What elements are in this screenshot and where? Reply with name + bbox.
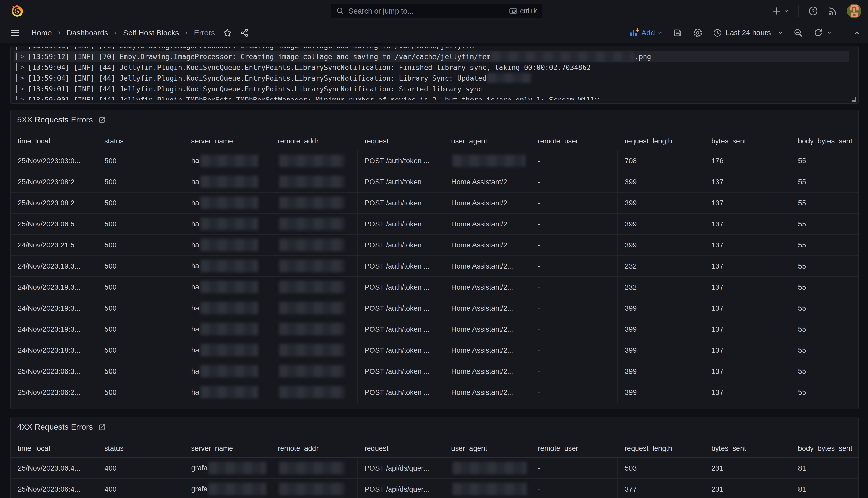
external-link-icon[interactable]: [98, 423, 106, 431]
breadcrumb: Home Dashboards Self Host Blocks Errors: [31, 28, 215, 37]
log-level-bar: [16, 96, 17, 100]
table-cell: POST /auth/token ...: [357, 340, 444, 361]
table-cell: 500: [97, 382, 184, 403]
column-header[interactable]: status: [97, 440, 184, 457]
column-header[interactable]: bytes_sent: [704, 440, 791, 457]
column-header[interactable]: remote_user: [531, 440, 618, 457]
news-button[interactable]: [827, 6, 838, 16]
log-row[interactable]: >[13:59:01] [INF] [44] Jellyfin.Plugin.K…: [14, 83, 849, 94]
log-row[interactable]: >[13:59:13] [INF] [70] Emby.Drawing.Imag…: [14, 48, 849, 51]
table-cell: Home Assistant/2...: [444, 382, 531, 403]
table-cell: -: [531, 382, 618, 403]
keyboard-icon: [509, 7, 518, 15]
search-placeholder: Search or jump to...: [349, 7, 505, 15]
table-cell: grafa: [184, 479, 271, 498]
table-cell: 55: [791, 276, 858, 298]
column-header[interactable]: request: [357, 440, 444, 457]
external-link-icon[interactable]: [98, 116, 106, 124]
table-cell: -: [531, 318, 618, 340]
redacted-text: [279, 218, 344, 230]
table-cell: 399: [618, 361, 704, 382]
column-header[interactable]: remote_addr: [271, 132, 357, 150]
column-header[interactable]: time_local: [11, 132, 97, 150]
share-button[interactable]: [240, 28, 249, 38]
log-row[interactable]: >[13:59:00] [INF] [44] Jellyfin.Plugin.T…: [14, 94, 849, 100]
column-header[interactable]: time_local: [11, 440, 97, 457]
table-cell: -: [531, 234, 618, 255]
breadcrumb-item[interactable]: Errors: [194, 28, 215, 37]
column-header[interactable]: server_name: [184, 132, 271, 150]
table-row: 25/Nov/2023:06:2...500haPOST /auth/token…: [11, 382, 858, 403]
dashboard-toolbar: Home Dashboards Self Host Blocks Errors: [0, 22, 868, 43]
column-header[interactable]: remote_addr: [271, 440, 357, 457]
column-header[interactable]: body_bytes_sent: [791, 440, 858, 457]
grafana-logo[interactable]: [11, 4, 24, 18]
log-expand-icon[interactable]: >: [20, 53, 24, 60]
breadcrumb-separator-icon: [184, 30, 189, 35]
new-button[interactable]: [772, 6, 789, 16]
log-expand-icon[interactable]: >: [20, 85, 24, 92]
time-range-picker[interactable]: Last 24 hours: [713, 28, 783, 38]
collapse-toolbar-button[interactable]: [853, 29, 861, 37]
column-header[interactable]: user_agent: [444, 440, 531, 457]
dashboard-settings-button[interactable]: [693, 28, 703, 38]
log-expand-icon[interactable]: >: [20, 64, 24, 71]
panel-resize-handle[interactable]: [852, 97, 856, 102]
menu-toggle[interactable]: [11, 28, 19, 38]
column-header[interactable]: bytes_sent: [704, 132, 791, 150]
zoom-out-button[interactable]: [794, 28, 803, 38]
column-header[interactable]: remote_user: [531, 132, 618, 150]
refresh-interval-dropdown[interactable]: [827, 30, 832, 36]
table-cell: Home Assistant/2...: [444, 298, 531, 318]
save-dashboard-button[interactable]: [673, 28, 682, 38]
log-row[interactable]: >[13:59:04] [INF] [44] Jellyfin.Plugin.K…: [14, 73, 849, 83]
redacted-text: [208, 462, 266, 474]
redacted-text: [452, 462, 527, 474]
column-header[interactable]: request_length: [618, 132, 704, 150]
redacted-text: [200, 386, 258, 398]
column-header[interactable]: request_length: [618, 440, 704, 457]
table-cell: [444, 479, 531, 498]
breadcrumb-item[interactable]: Self Host Blocks: [123, 28, 179, 37]
column-header[interactable]: request: [357, 132, 444, 150]
add-button[interactable]: Add: [629, 28, 663, 38]
table-cell: ha: [184, 318, 271, 340]
breadcrumb-item[interactable]: Dashboards: [67, 28, 108, 37]
table-cell: 399: [618, 340, 704, 361]
help-button[interactable]: ?: [808, 6, 818, 16]
favorite-star-button[interactable]: [223, 28, 232, 38]
table-cell: 503: [618, 457, 704, 479]
redacted-text: [279, 239, 344, 251]
clock-icon: [713, 28, 722, 38]
column-header[interactable]: user_agent: [444, 132, 531, 150]
table-row: 25/Nov/2023:06:4...400grafaPOST /api/ds/…: [11, 457, 858, 479]
table-cell: 137: [704, 276, 791, 298]
table-row: 24/Nov/2023:21:5...500haPOST /auth/token…: [11, 234, 858, 255]
table-cell: ha: [184, 276, 271, 298]
log-row[interactable]: >[13:59:12] [INF] [70] Emby.Drawing.Imag…: [14, 51, 849, 62]
column-header[interactable]: body_bytes_sent: [791, 132, 858, 150]
table-cell: 399: [618, 171, 704, 192]
table-cell: Home Assistant/2...: [444, 361, 531, 382]
table-cell: ha: [184, 255, 271, 276]
table-cell: 24/Nov/2023:19:3...: [11, 255, 97, 276]
column-header[interactable]: status: [97, 132, 184, 150]
log-expand-icon[interactable]: >: [20, 96, 24, 100]
table-cell: -: [531, 192, 618, 213]
table-cell: Home Assistant/2...: [444, 234, 531, 255]
table-cell: 25/Nov/2023:06:2...: [11, 382, 97, 403]
table-cell: -: [531, 479, 618, 498]
table-cell: POST /api/ds/quer...: [357, 457, 444, 479]
log-expand-icon[interactable]: >: [20, 48, 24, 49]
table-cell: 137: [704, 361, 791, 382]
user-avatar[interactable]: [847, 4, 861, 18]
log-level-bar: [16, 48, 17, 50]
log-expand-icon[interactable]: >: [20, 75, 24, 82]
log-row[interactable]: >[13:59:04] [INF] [44] Jellyfin.Plugin.K…: [14, 62, 849, 73]
column-header[interactable]: server_name: [184, 440, 271, 457]
refresh-button[interactable]: [813, 28, 823, 38]
breadcrumb-item[interactable]: Home: [31, 28, 52, 37]
search-input[interactable]: Search or jump to... ctrl+k: [331, 4, 542, 18]
table-cell: ha: [184, 298, 271, 318]
redacted-text: [279, 197, 344, 209]
